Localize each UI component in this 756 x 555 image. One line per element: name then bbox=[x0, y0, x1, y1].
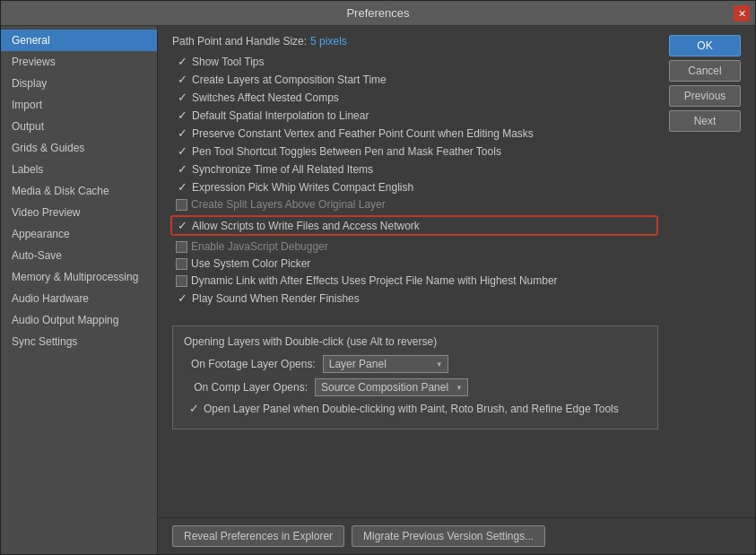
pref-item-dynamic-link: Dynamic Link with After Effects Uses Pro… bbox=[172, 274, 658, 287]
next-button[interactable]: Next bbox=[669, 110, 741, 132]
check-allow-scripts: ✓ bbox=[176, 219, 188, 232]
label-create-split: Create Split Layers Above Original Layer bbox=[191, 198, 386, 211]
checkbox-list: ✓Show Tool Tips✓Create Layers at Composi… bbox=[172, 55, 658, 305]
check-create-layers: ✓ bbox=[176, 73, 188, 86]
check-preserve-constant: ✓ bbox=[176, 126, 188, 140]
footage-layer-select[interactable]: Layer Panel bbox=[323, 355, 448, 373]
pref-item-pen-tool: ✓Pen Tool Shortcut Toggles Between Pen a… bbox=[172, 144, 658, 158]
sidebar-item-display[interactable]: Display bbox=[1, 73, 157, 94]
sidebar-item-grids-guides[interactable]: Grids & Guides bbox=[1, 137, 157, 159]
pref-item-enable-javascript: Enable JavaScript Debugger bbox=[172, 240, 658, 253]
footage-layer-label: On Footage Layer Opens: bbox=[191, 358, 316, 370]
check-enable-javascript bbox=[176, 241, 187, 253]
preferences-window: Preferences ✕ GeneralPreviewsDisplayImpo… bbox=[0, 0, 756, 555]
pref-item-switches-affect: ✓Switches Affect Nested Comps bbox=[172, 91, 658, 104]
label-play-sound: Play Sound When Render Finishes bbox=[192, 292, 360, 305]
check-expression-pick: ✓ bbox=[176, 180, 188, 194]
sidebar-item-previews[interactable]: Previews bbox=[1, 51, 157, 73]
window-title: Preferences bbox=[346, 6, 409, 20]
label-use-system-color: Use System Color Picker bbox=[191, 257, 310, 270]
pref-item-preserve-constant: ✓Preserve Constant Vertex and Feather Po… bbox=[172, 126, 658, 140]
comp-layer-select[interactable]: Source Composition Panel bbox=[315, 378, 468, 396]
label-preserve-constant: Preserve Constant Vertex and Feather Poi… bbox=[192, 127, 534, 140]
right-panel: Path Point and Handle Size: 5 pixels ✓Sh… bbox=[158, 26, 755, 554]
main-inner: Path Point and Handle Size: 5 pixels ✓Sh… bbox=[158, 26, 755, 517]
check-show-tool-tips: ✓ bbox=[176, 55, 188, 68]
check-default-spatial: ✓ bbox=[176, 108, 188, 122]
open-layer-panel-check: ✓ bbox=[187, 402, 200, 415]
sidebar-item-import[interactable]: Import bbox=[1, 94, 157, 116]
pref-item-show-tool-tips: ✓Show Tool Tips bbox=[172, 55, 658, 68]
label-pen-tool: Pen Tool Shortcut Toggles Between Pen an… bbox=[192, 145, 501, 158]
sidebar-item-audio-output-mapping[interactable]: Audio Output Mapping bbox=[1, 309, 157, 331]
opening-layers-section: Opening Layers with Double-click (use Al… bbox=[172, 325, 658, 429]
check-switches-affect: ✓ bbox=[176, 91, 188, 104]
sidebar-item-general[interactable]: General bbox=[1, 30, 157, 51]
check-synchronize-time: ✓ bbox=[176, 162, 188, 176]
check-use-system-color bbox=[176, 258, 187, 270]
opening-layers-title: Opening Layers with Double-click (use Al… bbox=[184, 335, 647, 348]
action-buttons: OK Cancel Previous Next bbox=[669, 35, 741, 132]
path-point-row: Path Point and Handle Size: 5 pixels bbox=[172, 35, 658, 48]
pref-item-play-sound: ✓Play Sound When Render Finishes bbox=[172, 291, 658, 305]
main-panel: Path Point and Handle Size: 5 pixels ✓Sh… bbox=[158, 26, 755, 554]
pref-item-expression-pick: ✓Expression Pick Whip Writes Compact Eng… bbox=[172, 180, 658, 194]
label-switches-affect: Switches Affect Nested Comps bbox=[192, 91, 339, 104]
sidebar-item-auto-save[interactable]: Auto-Save bbox=[1, 245, 157, 266]
footage-layer-select-wrapper: Layer Panel bbox=[323, 355, 448, 373]
path-point-value: 5 pixels bbox=[310, 35, 347, 48]
label-synchronize-time: Synchronize Time of All Related Items bbox=[192, 163, 373, 176]
comp-layer-label: On Comp Layer Opens: bbox=[191, 381, 308, 394]
check-create-split bbox=[176, 199, 187, 211]
reveal-preferences-button[interactable]: Reveal Preferences in Explorer bbox=[172, 525, 344, 547]
comp-layer-select-wrapper: Source Composition Panel bbox=[315, 378, 468, 396]
sidebar-item-audio-hardware[interactable]: Audio Hardware bbox=[1, 288, 157, 309]
title-bar: Preferences ✕ bbox=[1, 1, 755, 26]
label-enable-javascript: Enable JavaScript Debugger bbox=[191, 240, 328, 253]
open-layer-panel-item: ✓ Open Layer Panel when Double-clicking … bbox=[184, 402, 647, 415]
bottom-buttons-row: Reveal Preferences in Explorer Migrate P… bbox=[158, 517, 755, 554]
label-dynamic-link: Dynamic Link with After Effects Uses Pro… bbox=[191, 274, 558, 287]
pref-item-create-split: Create Split Layers Above Original Layer bbox=[172, 198, 658, 211]
label-create-layers: Create Layers at Composition Start Time bbox=[192, 74, 387, 86]
pref-item-create-layers: ✓Create Layers at Composition Start Time bbox=[172, 73, 658, 86]
ok-button[interactable]: OK bbox=[669, 35, 741, 56]
sidebar-item-labels[interactable]: Labels bbox=[1, 159, 157, 180]
cancel-button[interactable]: Cancel bbox=[669, 60, 741, 82]
divider bbox=[172, 309, 658, 318]
sidebar-item-media-disk-cache[interactable]: Media & Disk Cache bbox=[1, 180, 157, 202]
open-layer-panel-label: Open Layer Panel when Double-clicking wi… bbox=[204, 403, 619, 415]
close-button[interactable]: ✕ bbox=[734, 5, 750, 22]
sidebar-item-appearance[interactable]: Appearance bbox=[1, 223, 157, 245]
label-show-tool-tips: Show Tool Tips bbox=[192, 56, 265, 68]
label-default-spatial: Default Spatial Interpolation to Linear bbox=[192, 109, 369, 122]
check-dynamic-link bbox=[176, 275, 187, 287]
label-expression-pick: Expression Pick Whip Writes Compact Engl… bbox=[192, 181, 413, 194]
label-allow-scripts: Allow Scripts to Write Files and Access … bbox=[192, 220, 420, 232]
sidebar: GeneralPreviewsDisplayImportOutputGrids … bbox=[1, 26, 158, 554]
previous-button[interactable]: Previous bbox=[669, 85, 741, 107]
migrate-settings-button[interactable]: Migrate Previous Version Settings... bbox=[352, 525, 545, 547]
check-play-sound: ✓ bbox=[176, 291, 188, 305]
path-point-label: Path Point and Handle Size: bbox=[172, 35, 307, 48]
pref-item-allow-scripts: ✓Allow Scripts to Write Files and Access… bbox=[170, 215, 658, 236]
content-area: GeneralPreviewsDisplayImportOutputGrids … bbox=[1, 26, 755, 554]
check-pen-tool: ✓ bbox=[176, 144, 188, 158]
sidebar-item-output[interactable]: Output bbox=[1, 116, 157, 137]
sidebar-item-sync-settings[interactable]: Sync Settings bbox=[1, 331, 157, 352]
footage-layer-row: On Footage Layer Opens: Layer Panel bbox=[184, 355, 647, 373]
pref-item-default-spatial: ✓Default Spatial Interpolation to Linear bbox=[172, 108, 658, 122]
comp-layer-row: On Comp Layer Opens: Source Composition … bbox=[184, 378, 647, 396]
pref-item-use-system-color: Use System Color Picker bbox=[172, 257, 658, 270]
sidebar-item-memory-multiprocessing[interactable]: Memory & Multiprocessing bbox=[1, 266, 157, 288]
pref-item-synchronize-time: ✓Synchronize Time of All Related Items bbox=[172, 162, 658, 176]
sidebar-item-video-preview[interactable]: Video Preview bbox=[1, 202, 157, 223]
